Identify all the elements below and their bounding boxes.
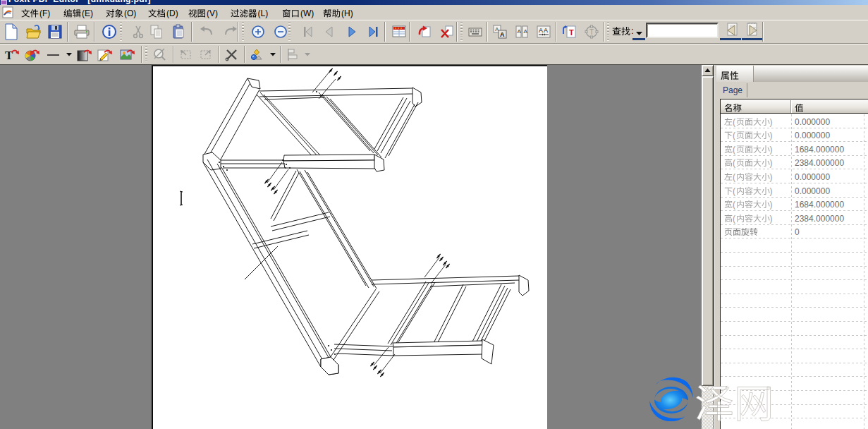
svg-text:A: A	[539, 27, 543, 34]
svg-text:T: T	[569, 28, 574, 37]
svg-text:A: A	[544, 27, 548, 34]
svg-text:A: A	[518, 28, 522, 35]
svg-text:T: T	[589, 28, 594, 36]
svg-text:T: T	[5, 49, 13, 62]
svg-text:A: A	[524, 28, 528, 35]
svg-text:A: A	[500, 31, 505, 38]
